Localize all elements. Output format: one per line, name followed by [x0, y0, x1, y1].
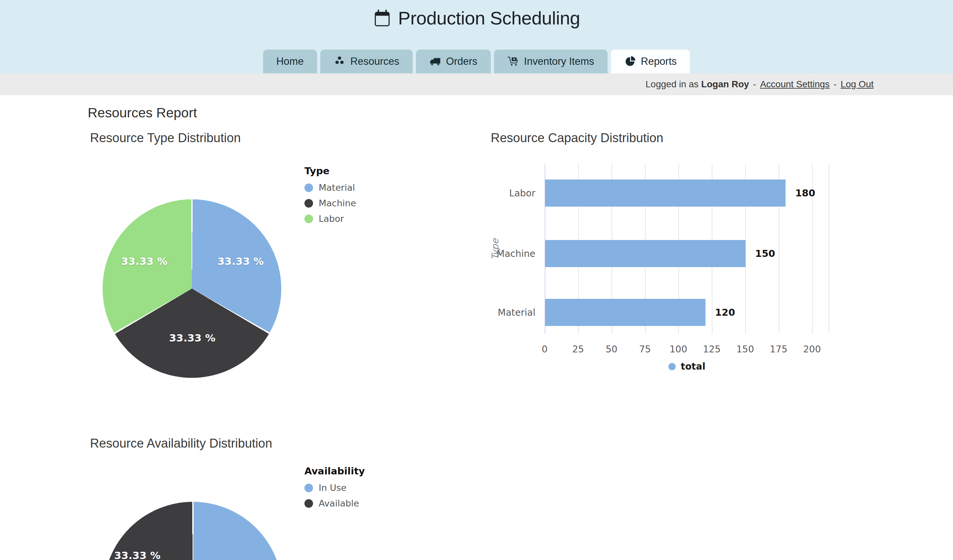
x-tick-label: 50	[605, 344, 618, 355]
tab-resources-label: Resources	[351, 56, 399, 67]
nav-tabs: Home Resources	[0, 50, 953, 73]
pie-chart-resource-type[interactable]	[102, 200, 281, 378]
x-tick-label: 25	[572, 344, 584, 355]
separator: -	[753, 79, 756, 90]
legend-item-label: Available	[319, 498, 359, 509]
category-label: Material	[436, 307, 535, 318]
separator: -	[833, 79, 837, 90]
tab-home-label: Home	[276, 56, 304, 67]
legend-title: Type	[304, 165, 356, 176]
legend-item[interactable]: Available	[304, 498, 365, 509]
category-label: Labor	[436, 188, 535, 199]
tab-reports-label: Reports	[641, 56, 677, 67]
legend-item[interactable]: Labor	[304, 213, 356, 224]
legend-item-label: In Use	[319, 483, 346, 493]
x-tick-label: 175	[770, 344, 787, 355]
x-tick-label: 75	[639, 344, 651, 355]
legend-swatch	[304, 215, 313, 223]
tab-orders[interactable]: Orders	[416, 50, 491, 73]
bar-value-label: 150	[755, 248, 775, 259]
x-tick-label: 125	[703, 344, 720, 355]
page-title: Resources Report	[88, 105, 197, 121]
legend-swatch	[669, 363, 676, 370]
tab-inventory-items-label: Inventory Items	[524, 56, 594, 67]
tab-home[interactable]: Home	[263, 50, 317, 73]
category-label: Machine	[436, 248, 535, 259]
bar-machine[interactable]	[545, 240, 745, 267]
tab-orders-label: Orders	[446, 56, 478, 67]
legend-series-label: total	[681, 361, 706, 372]
x-tick-label: 0	[542, 344, 548, 355]
legend-title: Availability	[304, 466, 365, 477]
legend-resource-availability: Availability In UseAvailable	[304, 466, 365, 514]
legend-swatch	[304, 199, 313, 207]
x-tick-label: 100	[669, 344, 687, 355]
pie-chart-icon	[624, 56, 636, 67]
username: Logan Roy	[701, 79, 749, 90]
legend-item[interactable]: Material	[304, 183, 356, 193]
legend-item[interactable]: In Use	[304, 483, 365, 493]
boxes-icon	[334, 56, 346, 67]
logged-in-prefix: Logged in as	[646, 79, 698, 90]
account-settings-link[interactable]: Account Settings	[760, 79, 830, 90]
bar-value-label: 120	[715, 307, 735, 318]
tab-inventory-items[interactable]: Inventory Items	[494, 50, 607, 73]
chart-title-resource-type: Resource Type Distribution	[90, 131, 241, 145]
legend-item-label: Labor	[319, 213, 344, 224]
bar-labor[interactable]	[545, 179, 785, 207]
log-out-link[interactable]: Log Out	[840, 79, 874, 90]
legend-item[interactable]: Machine	[304, 198, 356, 208]
app-header: Production Scheduling Home Resources	[0, 0, 953, 73]
user-bar: Logged in as Logan Roy - Account Setting…	[0, 73, 953, 95]
legend-item-label: Machine	[319, 198, 356, 208]
chart-title-resource-availability: Resource Availability Distribution	[90, 436, 272, 450]
truck-icon	[429, 56, 441, 67]
tab-resources[interactable]: Resources	[320, 50, 413, 73]
chart-title-resource-capacity: Resource Capacity Distribution	[491, 131, 663, 145]
legend-swatch	[304, 184, 313, 192]
bar-material[interactable]	[545, 299, 706, 326]
tab-reports[interactable]: Reports	[611, 50, 690, 73]
gridline	[829, 164, 829, 334]
calendar-icon	[373, 9, 391, 28]
bar-legend[interactable]: total	[545, 361, 829, 372]
pie-slice-label: 33.33 %	[121, 255, 168, 267]
page: Production Scheduling Home Resources	[0, 0, 953, 560]
app-title: Production Scheduling	[398, 7, 580, 29]
legend-swatch	[304, 499, 313, 508]
bar-chart-resource-capacity: Type total 0255075100125150175200180Labo…	[545, 164, 829, 334]
legend-resource-type: Type MaterialMachineLabor	[304, 165, 356, 229]
pie-slice-label: 33.33 %	[169, 332, 216, 344]
legend-swatch	[304, 484, 313, 492]
pie-slice-label: 33.33 %	[114, 549, 160, 560]
legend-item-label: Material	[319, 183, 355, 193]
x-tick-label: 150	[736, 344, 754, 355]
pie-slice-label: 33.33 %	[217, 255, 264, 267]
x-tick-label: 200	[803, 344, 821, 355]
cart-plus-icon	[507, 56, 519, 67]
app-title-row: Production Scheduling	[0, 7, 953, 29]
bar-value-label: 180	[795, 187, 815, 199]
